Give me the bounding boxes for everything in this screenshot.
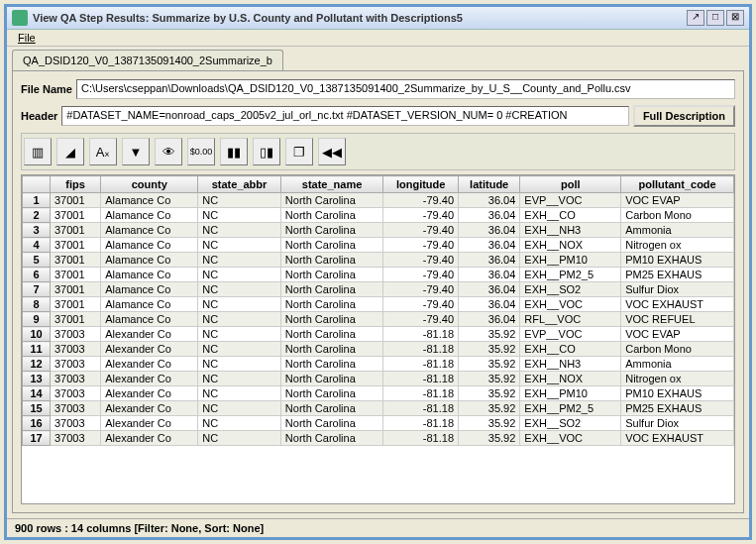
cell-state_name[interactable]: North Carolina <box>280 208 382 223</box>
currency-icon[interactable]: $0.00 <box>187 138 215 165</box>
cell-state_name[interactable]: North Carolina <box>280 357 382 372</box>
cell-pollutant_code[interactable]: VOC EVAP <box>621 193 734 208</box>
cell-fips[interactable]: 37003 <box>51 386 101 401</box>
cell-longitude[interactable]: -79.40 <box>383 223 459 238</box>
cell-state_abbr[interactable]: NC <box>198 386 281 401</box>
cell-county[interactable]: Alexander Co <box>101 386 198 401</box>
cell-fips[interactable]: 37001 <box>51 312 101 327</box>
reset-icon[interactable]: ◀◀ <box>318 138 346 165</box>
cell-poll[interactable]: EXH__NH3 <box>520 357 621 372</box>
cell-pollutant_code[interactable]: PM25 EXHAUS <box>621 401 734 416</box>
cell-state_name[interactable]: North Carolina <box>280 401 382 416</box>
cell-state_name[interactable]: North Carolina <box>280 253 382 268</box>
select-rows-icon[interactable]: ▥ <box>24 138 52 165</box>
cell-pollutant_code[interactable]: Sulfur Diox <box>621 416 734 431</box>
row-number[interactable]: 15 <box>23 401 51 416</box>
cell-state_abbr[interactable]: NC <box>198 297 281 312</box>
col-poll[interactable]: poll <box>520 176 621 193</box>
cell-longitude[interactable]: -79.40 <box>383 208 459 223</box>
format-icon[interactable]: Aₓ <box>89 138 117 165</box>
cell-latitude[interactable]: 36.04 <box>459 312 520 327</box>
cell-longitude[interactable]: -81.18 <box>383 327 459 342</box>
cell-state_name[interactable]: North Carolina <box>280 416 382 431</box>
cell-longitude[interactable]: -79.40 <box>383 282 459 297</box>
cell-longitude[interactable]: -81.18 <box>383 357 459 372</box>
cell-state_abbr[interactable]: NC <box>198 372 281 386</box>
cell-county[interactable]: Alamance Co <box>101 223 198 238</box>
cell-fips[interactable]: 37001 <box>51 253 101 268</box>
cell-latitude[interactable]: 35.92 <box>459 357 520 372</box>
cell-fips[interactable]: 37001 <box>51 223 101 238</box>
filename-input[interactable]: C:\Users\cseppan\Downloads\QA_DSID120_V0… <box>76 79 735 99</box>
sort-icon[interactable]: ◢ <box>56 138 84 165</box>
table-row[interactable]: 637001Alamance CoNCNorth Carolina-79.403… <box>23 268 734 282</box>
cell-pollutant_code[interactable]: PM10 EXHAUS <box>621 386 734 401</box>
cell-pollutant_code[interactable]: PM25 EXHAUS <box>621 268 734 282</box>
cell-latitude[interactable]: 35.92 <box>459 372 520 386</box>
cell-state_abbr[interactable]: NC <box>198 327 281 342</box>
cell-poll[interactable]: EXH__PM2_5 <box>520 268 621 282</box>
cell-poll[interactable]: EXH__NOX <box>520 372 621 386</box>
cell-county[interactable]: Alamance Co <box>101 238 198 253</box>
table-row[interactable]: 137001Alamance CoNCNorth Carolina-79.403… <box>23 193 734 208</box>
cell-poll[interactable]: EXH__PM2_5 <box>520 401 621 416</box>
cell-state_name[interactable]: North Carolina <box>280 327 382 342</box>
cell-longitude[interactable]: -81.18 <box>383 342 459 357</box>
cell-latitude[interactable]: 35.92 <box>459 386 520 401</box>
cell-county[interactable]: Alamance Co <box>101 282 198 297</box>
cell-pollutant_code[interactable]: Ammonia <box>621 223 734 238</box>
row-number[interactable]: 13 <box>23 372 51 386</box>
cell-latitude[interactable]: 36.04 <box>459 297 520 312</box>
cell-county[interactable]: Alexander Co <box>101 372 198 386</box>
cell-poll[interactable]: EXH__VOC <box>520 297 621 312</box>
cell-state_abbr[interactable]: NC <box>198 312 281 327</box>
table-row[interactable]: 537001Alamance CoNCNorth Carolina-79.403… <box>23 253 734 268</box>
table-row[interactable]: 237001Alamance CoNCNorth Carolina-79.403… <box>23 208 734 223</box>
cell-latitude[interactable]: 36.04 <box>459 268 520 282</box>
cell-state_abbr[interactable]: NC <box>198 416 281 431</box>
cell-latitude[interactable]: 35.92 <box>459 416 520 431</box>
cell-latitude[interactable]: 36.04 <box>459 193 520 208</box>
cell-pollutant_code[interactable]: VOC EVAP <box>621 327 734 342</box>
cell-fips[interactable]: 37003 <box>51 327 101 342</box>
cell-latitude[interactable]: 35.92 <box>459 327 520 342</box>
cell-longitude[interactable]: -81.18 <box>383 416 459 431</box>
cell-county[interactable]: Alamance Co <box>101 268 198 282</box>
table-row[interactable]: 1537003Alexander CoNCNorth Carolina-81.1… <box>23 401 734 416</box>
cell-state_abbr[interactable]: NC <box>198 401 281 416</box>
row-number[interactable]: 2 <box>23 208 51 223</box>
cell-state_name[interactable]: North Carolina <box>280 268 382 282</box>
cell-latitude[interactable]: 36.04 <box>459 253 520 268</box>
col-county[interactable]: county <box>101 176 198 193</box>
cell-latitude[interactable]: 36.04 <box>459 238 520 253</box>
view-icon[interactable]: 👁 <box>155 138 182 165</box>
cell-county[interactable]: Alexander Co <box>101 357 198 372</box>
cell-fips[interactable]: 37001 <box>51 193 101 208</box>
maximize-icon[interactable]: □ <box>706 10 724 26</box>
cell-county[interactable]: Alexander Co <box>101 416 198 431</box>
col-longitude[interactable]: longitude <box>383 176 459 193</box>
cell-latitude[interactable]: 36.04 <box>459 282 520 297</box>
cell-longitude[interactable]: -79.40 <box>383 297 459 312</box>
cell-poll[interactable]: EXH__VOC <box>520 431 621 446</box>
full-description-button[interactable]: Full Description <box>633 105 735 127</box>
row-number[interactable]: 17 <box>23 431 51 446</box>
table-row[interactable]: 1037003Alexander CoNCNorth Carolina-81.1… <box>23 327 734 342</box>
row-number[interactable]: 6 <box>23 268 51 282</box>
cell-fips[interactable]: 37003 <box>51 416 101 431</box>
row-number[interactable]: 10 <box>23 327 51 342</box>
col-state_abbr[interactable]: state_abbr <box>198 176 281 193</box>
copy-icon[interactable]: ❐ <box>285 138 313 165</box>
table-row[interactable]: 337001Alamance CoNCNorth Carolina-79.403… <box>23 223 734 238</box>
row-number[interactable]: 14 <box>23 386 51 401</box>
row-number[interactable]: 5 <box>23 253 51 268</box>
cell-pollutant_code[interactable]: Carbon Mono <box>621 342 734 357</box>
row-number[interactable]: 4 <box>23 238 51 253</box>
cell-state_name[interactable]: North Carolina <box>280 372 382 386</box>
cell-state_abbr[interactable]: NC <box>198 223 281 238</box>
cell-state_abbr[interactable]: NC <box>198 208 281 223</box>
table-row[interactable]: 1137003Alexander CoNCNorth Carolina-81.1… <box>23 342 734 357</box>
cell-state_name[interactable]: North Carolina <box>280 238 382 253</box>
table-row[interactable]: 737001Alamance CoNCNorth Carolina-79.403… <box>23 282 734 297</box>
cell-latitude[interactable]: 36.04 <box>459 208 520 223</box>
